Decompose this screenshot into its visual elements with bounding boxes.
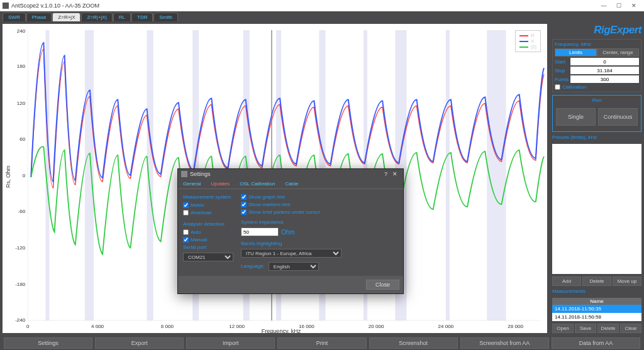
auto-label: Auto (191, 229, 201, 235)
svg-text:12 000: 12 000 (229, 324, 245, 329)
dlg-tab-general[interactable]: General (178, 179, 206, 189)
bottom-toolbar: Settings Export Import Print Screenshot … (0, 336, 644, 350)
print-button[interactable]: Print (277, 337, 366, 349)
meas-title: Measurements (552, 288, 641, 294)
preset-moveup-button[interactable]: Move up (613, 276, 641, 286)
stop-input[interactable] (570, 67, 639, 74)
meas-item[interactable]: 14.11.2018-11:50:58 (552, 313, 641, 321)
sidebar: RigExpert Frequency, MHz Limits Center, … (550, 21, 644, 336)
sys-imp-label: System impedance (241, 219, 341, 225)
meas-save-button[interactable]: Save (575, 324, 596, 333)
chart-legend: R X |Z| (515, 30, 541, 52)
preset-delete-button[interactable]: Delete (582, 276, 611, 286)
single-button[interactable]: Single (556, 108, 596, 126)
svg-text:24 000: 24 000 (438, 324, 454, 329)
maximize-button[interactable]: ☐ (611, 3, 626, 9)
svg-text:120: 120 (17, 101, 26, 106)
meas-open-button[interactable]: Open (552, 324, 574, 333)
settings-button[interactable]: Settings (4, 337, 92, 349)
metric-label: Metric (191, 202, 204, 208)
dialog-title: Settings (190, 171, 211, 177)
presets-list[interactable] (552, 144, 641, 274)
points-input[interactable] (570, 75, 639, 83)
tab-tdr[interactable]: TDR (131, 13, 153, 21)
svg-text:Rs, Ohm: Rs, Ohm (5, 165, 11, 188)
svg-text:28 000: 28 000 (508, 324, 523, 329)
logo: RigExpert (552, 24, 641, 36)
tab-z-rjx-abs[interactable]: Z=R|+jX| (81, 13, 112, 21)
screenshot-aa-button[interactable]: Screenshot from AA (460, 337, 549, 349)
american-checkbox[interactable] (183, 210, 189, 216)
dlg-tab-cable[interactable]: Cable (280, 179, 303, 189)
start-label: Start (555, 59, 569, 65)
mode-center-button[interactable]: Center, range (597, 48, 639, 57)
screenshot-button[interactable]: Screenshot (369, 337, 458, 349)
serial-port-select[interactable]: COM21 (183, 253, 233, 261)
region-select[interactable]: ITU Region 1 - Europe, Africa (241, 249, 341, 258)
meas-item[interactable]: 14.11.2018-11:50:35 (552, 305, 641, 313)
svg-text:-180: -180 (15, 282, 26, 287)
svg-rect-1 (85, 30, 94, 320)
svg-text:20 000: 20 000 (369, 324, 384, 329)
meas-delete-button[interactable]: Delete (597, 324, 619, 333)
tab-phase[interactable]: Phase (26, 13, 52, 21)
svg-text:180: 180 (17, 63, 26, 69)
dlg-tab-osl[interactable]: OSL Calibration (235, 179, 280, 189)
app-icon (3, 3, 9, 9)
dialog-icon (181, 171, 187, 177)
svg-text:-120: -120 (15, 245, 26, 251)
tab-smith[interactable]: Smith (153, 13, 177, 21)
show-cursor-checkbox[interactable] (241, 209, 247, 215)
ohm-label: Ohm (281, 229, 295, 236)
dialog-close-icon[interactable]: ✕ (390, 171, 400, 177)
dialog-help-button[interactable]: ? (382, 171, 390, 177)
calibration-checkbox[interactable] (555, 84, 560, 90)
svg-text:Frequency, kHz: Frequency, kHz (262, 328, 301, 333)
legend-x: X (531, 38, 534, 44)
svg-text:4 000: 4 000 (91, 324, 104, 329)
lang-label: Language: (241, 263, 265, 269)
svg-text:-60: -60 (18, 209, 26, 214)
dlg-tab-updates[interactable]: Updates (206, 179, 235, 189)
serial-label: Serial port: (183, 244, 233, 250)
cal-label: Calibration (562, 84, 586, 90)
tab-rl[interactable]: RL (113, 13, 131, 21)
continuous-button[interactable]: Continuous (598, 108, 638, 126)
svg-rect-2 (147, 30, 153, 320)
svg-text:0: 0 (26, 324, 30, 329)
svg-rect-10 (487, 30, 506, 320)
export-button[interactable]: Export (95, 337, 184, 349)
close-button[interactable]: ✕ (626, 3, 641, 9)
show-markers-checkbox[interactable] (241, 202, 247, 207)
metric-checkbox[interactable] (183, 202, 189, 208)
import-button[interactable]: Import (186, 337, 275, 349)
tab-z-rjx[interactable]: Z=R+jX (52, 13, 80, 21)
window-titlebar: AntScope2 v.1.0.10 - AA-35 ZOOM — ☐ ✕ (0, 0, 644, 11)
manual-checkbox[interactable] (183, 237, 189, 243)
mode-limits-button[interactable]: Limits (555, 48, 597, 57)
manual-label: Manual (191, 237, 207, 243)
preset-add-button[interactable]: Add (552, 276, 581, 286)
show-hint-label: Show graph hint (248, 194, 285, 200)
start-input[interactable] (570, 58, 639, 65)
auto-checkbox[interactable] (183, 229, 189, 235)
language-select[interactable]: English (269, 262, 319, 271)
bands-label: Bands highlighting (241, 241, 341, 246)
svg-rect-9 (446, 30, 450, 320)
svg-text:0: 0 (23, 173, 26, 178)
svg-text:240: 240 (17, 28, 26, 34)
measurements-list: Name 14.11.2018-11:50:35 14.11.2018-11:5… (552, 298, 641, 321)
presets-title: Presets (limits), kHz (552, 134, 641, 140)
meas-header: Name (552, 298, 641, 305)
svg-text:-240: -240 (15, 317, 26, 323)
show-hint-checkbox[interactable] (241, 194, 247, 200)
ana-det-label: Analyser detection (183, 221, 233, 227)
data-aa-button[interactable]: Data from AA (552, 337, 640, 349)
meas-clear-button[interactable]: Clear (620, 324, 641, 333)
dialog-close-button[interactable]: Close (366, 280, 399, 290)
show-markers-label: Show markers hint (248, 202, 290, 207)
freq-title: Frequency, MHz (555, 41, 639, 47)
tab-swr[interactable]: SWR (3, 13, 26, 21)
impedance-input[interactable] (241, 227, 279, 236)
minimize-button[interactable]: — (596, 3, 611, 9)
